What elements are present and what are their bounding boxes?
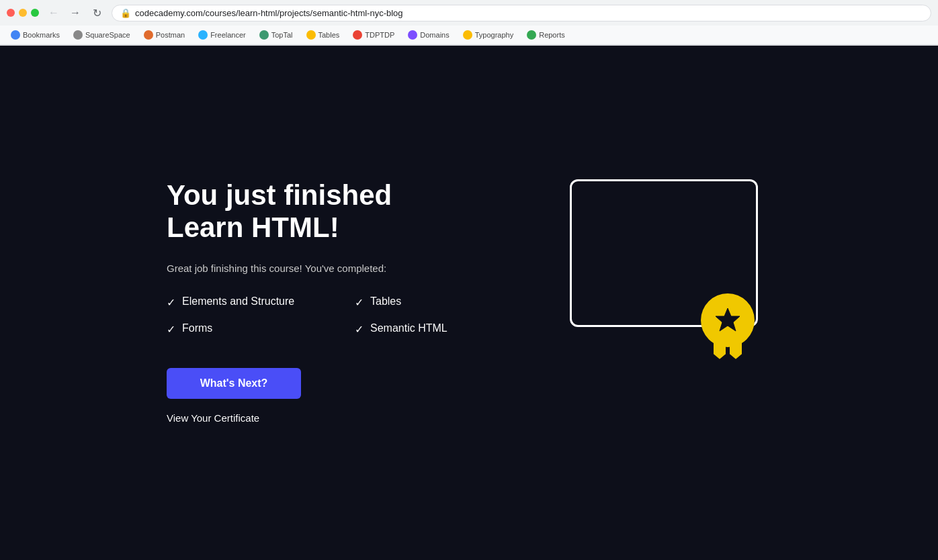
bookmark-item[interactable]: Bookmarks [5,29,65,41]
completion-item-label-4: Semantic HTML [370,322,447,334]
bookmark-icon [353,30,362,40]
lock-icon: 🔒 [120,8,131,18]
button-section: What's Next? View Your Certificate [167,368,516,426]
completion-item-4: ✓ Semantic HTML [355,322,516,336]
bookmark-label: TopTal [271,31,293,39]
bookmark-item[interactable]: Freelancer [193,29,251,41]
certificate-badge [697,293,758,354]
bookmark-item[interactable]: Postman [138,29,190,41]
bookmark-label: SquareSpace [85,31,130,39]
completion-items-list: ✓ Elements and Structure ✓ Tables ✓ Form… [167,295,516,336]
bookmark-icon [408,30,417,40]
bookmarks-bar: Bookmarks SquareSpace Postman Freelancer… [0,26,938,45]
browser-chrome: ← → ↻ 🔒 codecademy.com/courses/learn-htm… [0,0,938,46]
maximize-dot[interactable] [31,9,39,17]
bookmark-icon [463,30,472,40]
address-bar[interactable]: 🔒 codecademy.com/courses/learn-html/proj… [112,5,931,21]
bookmark-item[interactable]: Typography [458,29,519,41]
bookmark-icon [527,30,536,40]
bookmark-item[interactable]: Tables [301,29,345,41]
completion-item-label-2: Tables [370,295,401,308]
page-title: You just finished Learn HTML! [167,179,516,244]
completion-item-label-3: Forms [182,322,212,334]
ribbon-left [714,339,726,359]
svg-marker-0 [716,308,740,331]
certificate-section [570,179,771,367]
bookmark-label: Reports [539,31,565,39]
back-button[interactable]: ← [44,3,63,22]
url-text: codecademy.com/courses/learn-html/projec… [135,8,403,18]
check-icon-3: ✓ [167,323,175,336]
bookmark-label: Postman [156,31,185,39]
window-controls [7,9,39,17]
bookmark-label: Bookmarks [23,31,60,39]
subtitle-text: Great job finishing this course! You've … [167,263,516,274]
bookmark-item[interactable]: Domains [402,29,454,41]
view-certificate-link[interactable]: View Your Certificate [167,410,259,426]
bookmark-item[interactable]: Reports [521,29,570,41]
completion-container: You just finished Learn HTML! Great job … [167,179,771,427]
bookmark-label: Tables [318,31,340,39]
bookmark-item[interactable]: TDPTDP [347,29,400,41]
check-icon-2: ✓ [355,296,364,309]
bookmark-item[interactable]: TopTal [254,29,298,41]
reload-button[interactable]: ↻ [87,3,106,22]
star-icon [713,306,742,335]
badge-ribbon [714,339,742,359]
certificate-illustration [570,179,771,367]
bookmark-icon [306,30,316,40]
bookmark-label: Domains [420,31,449,39]
bookmark-icon [73,30,83,40]
bookmark-item[interactable]: SquareSpace [68,29,136,41]
main-content: You just finished Learn HTML! Great job … [0,46,938,560]
bookmark-icon [198,30,208,40]
bookmark-label: Typography [475,31,513,39]
completion-item-label-1: Elements and Structure [182,295,294,308]
completion-item-3: ✓ Forms [167,322,328,336]
check-icon-4: ✓ [355,323,364,336]
check-icon-1: ✓ [167,296,175,309]
text-section: You just finished Learn HTML! Great job … [167,179,516,427]
forward-button[interactable]: → [66,3,85,22]
bookmark-icon [144,30,153,40]
completion-item-2: ✓ Tables [355,295,516,309]
bookmark-label: TDPTDP [365,31,394,39]
close-dot[interactable] [7,9,15,17]
bookmark-icon [259,30,269,40]
bookmark-label: Freelancer [210,31,246,39]
browser-navigation: ← → ↻ [44,3,106,22]
minimize-dot[interactable] [19,9,27,17]
bookmark-icon [11,30,20,40]
completion-item-1: ✓ Elements and Structure [167,295,328,309]
ribbon-right [730,339,742,359]
whats-next-button[interactable]: What's Next? [167,368,301,399]
